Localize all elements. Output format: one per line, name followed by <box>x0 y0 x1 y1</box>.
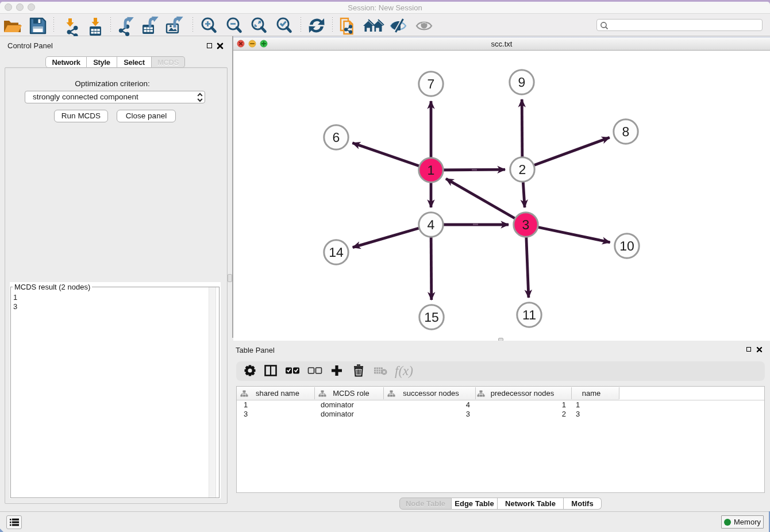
svg-text:MCDS role: MCDS role <box>333 389 369 398</box>
svg-text:3: 3 <box>522 217 530 232</box>
svg-text:6: 6 <box>333 130 340 145</box>
svg-text:7: 7 <box>428 76 435 91</box>
svg-text:8: 8 <box>622 124 630 139</box>
svg-text:4: 4 <box>428 217 435 232</box>
svg-text:f(x): f(x) <box>395 364 413 378</box>
svg-text:1: 1 <box>428 163 435 178</box>
svg-text:name: name <box>582 389 601 398</box>
svg-text:11: 11 <box>522 307 536 322</box>
svg-text:10: 10 <box>619 238 634 253</box>
svg-text:14: 14 <box>329 245 344 260</box>
svg-text:shared name: shared name <box>256 389 299 398</box>
svg-text:15: 15 <box>424 310 439 325</box>
svg-text:successor nodes: successor nodes <box>403 389 459 398</box>
svg-text:2: 2 <box>519 162 526 177</box>
svg-text:9: 9 <box>518 75 526 90</box>
svg-text:predecessor nodes: predecessor nodes <box>491 389 555 398</box>
